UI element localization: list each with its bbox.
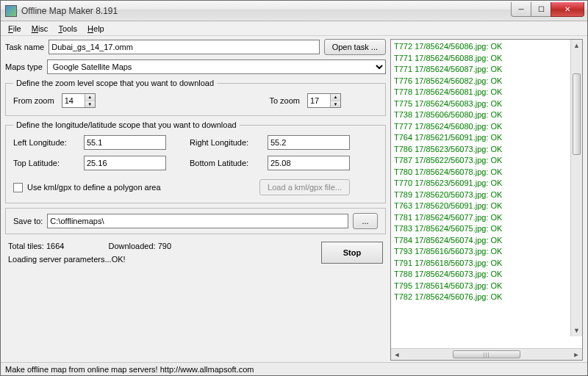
close-button[interactable]: ✕ bbox=[551, 2, 584, 17]
log-line: T738 17/85606/56080.jpg: OK bbox=[394, 109, 579, 121]
menu-file[interactable]: File bbox=[4, 23, 26, 35]
left-lon-input[interactable] bbox=[84, 135, 166, 150]
scroll-down-icon[interactable]: ▼ bbox=[571, 325, 582, 336]
zoom-fieldset: Define the zoom level scope that you wan… bbox=[5, 79, 386, 116]
log-line: T782 17/85624/56076.jpg: OK bbox=[394, 292, 579, 303]
to-zoom-input[interactable] bbox=[308, 94, 330, 107]
chevron-down-icon[interactable]: ▼ bbox=[331, 101, 340, 108]
scroll-up-icon[interactable]: ▲ bbox=[571, 40, 582, 51]
task-row: Task name Open task ... bbox=[5, 39, 386, 55]
log-line: T776 17/85624/56082.jpg: OK bbox=[394, 76, 579, 87]
status-message: Loading server parameters...OK! bbox=[8, 255, 299, 264]
maps-type-select[interactable]: Google Satellite Maps bbox=[47, 59, 386, 74]
log-line: T777 17/85624/56080.jpg: OK bbox=[394, 121, 579, 133]
footer-text: Make offline map from online map servers… bbox=[5, 365, 254, 374]
footer-status: Make offline map from online map servers… bbox=[1, 362, 587, 375]
task-name-input[interactable] bbox=[49, 40, 319, 54]
log-line: T786 17/85623/56073.jpg: OK bbox=[394, 144, 579, 156]
log-line: T783 17/85624/56075.jpg: OK bbox=[394, 223, 579, 235]
log-line: T793 17/85616/56073.jpg: OK bbox=[394, 246, 579, 258]
scrollbar-thumb[interactable] bbox=[573, 73, 581, 156]
log-line: T791 17/85618/56073.jpg: OK bbox=[394, 258, 579, 270]
log-line: T789 17/85620/56073.jpg: OK bbox=[394, 189, 579, 201]
horizontal-scrollbar[interactable]: ◄ ► bbox=[391, 348, 582, 360]
load-kml-button: Load a kml/gpx file... bbox=[259, 179, 350, 195]
log-panel: T772 17/85624/56086.jpg: OKT771 17/85624… bbox=[390, 39, 583, 361]
log-line: T781 17/85624/56077.jpg: OK bbox=[394, 212, 579, 224]
maps-type-row: Maps type Google Satellite Maps bbox=[5, 59, 386, 74]
status-area: Total tiles: 1664 Downloaded: 790 Loadin… bbox=[5, 239, 386, 265]
save-to-input[interactable] bbox=[47, 214, 348, 228]
from-zoom-input[interactable] bbox=[62, 94, 85, 107]
log-line: T784 17/85624/56074.jpg: OK bbox=[394, 235, 579, 247]
right-lon-label: Right Longitude: bbox=[190, 138, 263, 147]
log-line: T780 17/85624/56078.jpg: OK bbox=[394, 167, 579, 178]
stop-button[interactable]: Stop bbox=[321, 242, 383, 264]
menu-misc[interactable]: Misc bbox=[27, 23, 53, 35]
log-line: T795 17/85614/56073.jpg: OK bbox=[394, 281, 579, 292]
scroll-right-icon[interactable]: ► bbox=[570, 351, 582, 358]
maximize-button[interactable]: ☐ bbox=[531, 2, 551, 17]
bottom-lat-label: Bottom Latitude: bbox=[190, 159, 263, 167]
log-line: T787 17/85622/56073.jpg: OK bbox=[394, 155, 579, 167]
kml-checkbox[interactable] bbox=[13, 183, 23, 192]
save-fieldset: Save to: ... bbox=[5, 208, 386, 234]
log-line: T772 17/85624/56086.jpg: OK bbox=[394, 41, 579, 53]
left-lon-label: Left Longitude: bbox=[13, 138, 79, 147]
chevron-down-icon[interactable]: ▼ bbox=[85, 101, 95, 108]
log-line: T775 17/85624/56083.jpg: OK bbox=[394, 98, 579, 110]
chevron-up-icon[interactable]: ▲ bbox=[85, 94, 95, 101]
vertical-scrollbar[interactable]: ▲ ▼ bbox=[570, 40, 582, 336]
log-line: T763 17/85620/56091.jpg: OK bbox=[394, 200, 579, 212]
window-title: Offline Map Maker 8.191 bbox=[21, 6, 512, 16]
maps-type-label: Maps type bbox=[5, 62, 43, 71]
save-to-label: Save to: bbox=[13, 217, 43, 225]
downloaded-label: Downloaded: 790 bbox=[108, 242, 171, 250]
left-panel: Task name Open task ... Maps type Google… bbox=[5, 39, 386, 361]
right-lon-input[interactable] bbox=[268, 135, 350, 150]
bbox-fieldset: Define the longitude/latitude scope that… bbox=[5, 120, 386, 203]
menu-tools[interactable]: Tools bbox=[54, 23, 82, 35]
log-line: T764 17/85621/56091.jpg: OK bbox=[394, 132, 579, 144]
bbox-legend: Define the longitude/latitude scope that… bbox=[13, 120, 240, 129]
log-list: T772 17/85624/56086.jpg: OKT771 17/85624… bbox=[391, 40, 582, 305]
titlebar: Offline Map Maker 8.191 ─ ☐ ✕ bbox=[1, 1, 587, 21]
total-tiles-label: Total tiles: 1664 bbox=[8, 242, 64, 250]
minimize-button[interactable]: ─ bbox=[511, 2, 531, 17]
zoom-legend: Define the zoom level scope that you wan… bbox=[13, 79, 217, 87]
browse-button[interactable]: ... bbox=[353, 213, 378, 229]
task-name-label: Task name bbox=[5, 43, 44, 51]
scroll-left-icon[interactable]: ◄ bbox=[391, 351, 403, 358]
bottom-lat-input[interactable] bbox=[268, 156, 350, 170]
log-line: T771 17/85624/56087.jpg: OK bbox=[394, 64, 579, 76]
top-lat-input[interactable] bbox=[84, 156, 166, 170]
log-line: T788 17/85624/56073.jpg: OK bbox=[394, 269, 579, 281]
app-icon bbox=[5, 5, 17, 17]
log-line: T771 17/85624/56088.jpg: OK bbox=[394, 53, 579, 65]
menubar: File Misc Tools Help bbox=[1, 21, 587, 36]
to-zoom-label: To zoom bbox=[269, 96, 300, 105]
log-line: T778 17/85624/56081.jpg: OK bbox=[394, 87, 579, 98]
top-lat-label: Top Latitude: bbox=[13, 159, 79, 167]
kml-checkbox-label: Use kml/gpx to define a polygon area bbox=[27, 183, 161, 192]
app-window: Offline Map Maker 8.191 ─ ☐ ✕ File Misc … bbox=[0, 0, 588, 376]
from-zoom-label: From zoom bbox=[13, 96, 54, 105]
to-zoom-spinner[interactable]: ▲▼ bbox=[307, 93, 341, 108]
open-task-button[interactable]: Open task ... bbox=[324, 39, 386, 55]
scrollbar-thumb[interactable] bbox=[453, 350, 520, 358]
from-zoom-spinner[interactable]: ▲▼ bbox=[62, 93, 96, 108]
client-area: Task name Open task ... Maps type Google… bbox=[1, 36, 587, 362]
chevron-up-icon[interactable]: ▲ bbox=[331, 94, 340, 101]
menu-help[interactable]: Help bbox=[83, 23, 109, 35]
window-controls: ─ ☐ ✕ bbox=[512, 2, 584, 17]
log-line: T770 17/85623/56091.jpg: OK bbox=[394, 178, 579, 189]
